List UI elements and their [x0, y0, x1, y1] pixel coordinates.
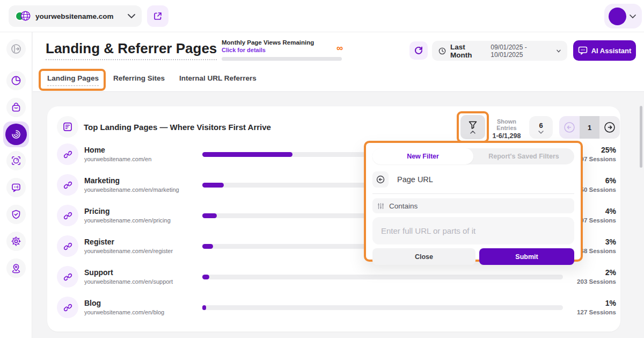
sessions-bar — [202, 305, 563, 310]
page-name[interactable]: Marketing — [84, 176, 120, 185]
radar-icon — [11, 129, 21, 140]
page-name[interactable]: Blog — [84, 299, 101, 307]
sidebar-item-feedback[interactable] — [6, 178, 26, 197]
session-percent: 1% — [552, 299, 616, 307]
shown-entries-label: Shown Entries — [487, 118, 526, 131]
link-icon — [57, 174, 78, 196]
arrow-right-circle-icon — [604, 121, 616, 133]
lens-capture-icon — [11, 155, 21, 166]
tab-saved-filters[interactable]: Report's Saved Filters — [473, 153, 574, 160]
tab-landing-pages[interactable]: Landing Pages — [47, 74, 99, 86]
sidebar-item-locations[interactable] — [6, 258, 26, 278]
quota-label: Monthly Page Views Remaining — [222, 39, 343, 46]
next-page-button[interactable] — [599, 116, 620, 139]
page-name[interactable]: Home — [84, 146, 105, 154]
report-tabs: Landing Pages Referring Sites Internal U… — [47, 74, 257, 86]
ai-assistant-label: AI Assistant — [591, 47, 632, 55]
quota-details-link[interactable]: Click for details — [222, 47, 343, 53]
link-icon — [57, 143, 78, 165]
sidebar-collapse-icon[interactable] — [6, 39, 26, 59]
card-title: Top Landing Pages — Where Visitors First… — [84, 123, 271, 132]
filter-button[interactable] — [460, 115, 485, 139]
close-button[interactable]: Close — [372, 248, 475, 265]
shield-check-icon — [11, 209, 21, 220]
page-url: yourwebsitename.com/en/blog — [84, 309, 164, 315]
sidebar-item-overview[interactable] — [6, 71, 26, 90]
site-name-label: yourwebsitename.com — [35, 12, 128, 20]
tab-internal-url-referrers[interactable]: Internal URL Referrers — [179, 74, 257, 86]
filter-operator-label: Contains — [389, 202, 418, 210]
vertical-scrollbar[interactable] — [640, 106, 642, 168]
tab-referring-sites[interactable]: Referring Sites — [113, 74, 165, 86]
site-selector[interactable]: yourwebsitename.com — [9, 5, 142, 27]
page-url: yourwebsitename.com/en/pricing — [84, 217, 171, 224]
back-circle-icon — [372, 171, 389, 188]
top-bar: yourwebsitename.com — [0, 0, 644, 32]
pie-chart-icon — [11, 75, 21, 86]
page-url: yourwebsitename.com/en/register — [84, 248, 173, 254]
ai-chat-icon — [578, 46, 588, 55]
site-globe-icon — [15, 10, 31, 22]
chevron-up-icon — [470, 131, 475, 134]
refresh-button[interactable] — [409, 41, 428, 60]
sliders-icon — [377, 203, 384, 210]
filter-field-label: Page URL — [397, 175, 433, 184]
filter-operator-select[interactable]: Contains — [372, 198, 574, 213]
analytics-dashboard: yourwebsitename.com — [0, 0, 644, 338]
sidebar-item-security[interactable] — [6, 205, 26, 224]
arrow-left-circle-icon — [564, 121, 575, 133]
shown-entries-value: 1-6/1,298 — [487, 132, 526, 140]
funnel-icon — [469, 121, 477, 129]
page-url: yourwebsitename.com/en/support — [84, 278, 173, 285]
report-icon — [57, 116, 78, 138]
sidebar-nav — [0, 32, 32, 338]
page-name[interactable]: Register — [84, 238, 114, 246]
sidebar-item-settings[interactable] — [6, 232, 26, 251]
sidebar-item-behavior-active[interactable] — [3, 121, 29, 147]
infinity-value: ∞ — [336, 44, 343, 53]
quota-progress-bar — [222, 57, 342, 61]
prev-page-button[interactable] — [559, 116, 580, 139]
link-icon — [57, 266, 78, 287]
chat-bubble-icon — [11, 182, 21, 193]
quota-widget: Monthly Page Views Remaining Click for d… — [222, 39, 343, 53]
gear-icon — [11, 236, 21, 247]
date-preset-label: Last Month — [450, 43, 484, 59]
session-count: 127 Sessions — [552, 309, 616, 315]
external-link-icon — [153, 11, 163, 21]
page-url: yourwebsitename.com/en — [84, 156, 151, 162]
page-name[interactable]: Pricing — [84, 207, 109, 215]
date-range-value: 09/01/2025 - 10/01/2025 — [491, 44, 552, 59]
user-menu[interactable] — [604, 4, 642, 28]
avatar — [609, 8, 626, 25]
chevron-down-icon — [630, 15, 636, 18]
open-site-button[interactable] — [147, 5, 169, 27]
link-icon — [57, 205, 78, 226]
filter-url-input[interactable] — [372, 217, 574, 244]
shown-entries: Shown Entries 1-6/1,298 — [487, 118, 526, 140]
page-title: Landing & Referrer Pages — [46, 40, 217, 60]
chevron-down-icon — [538, 131, 544, 134]
link-icon — [57, 235, 78, 257]
pagination: 1 — [559, 116, 620, 139]
filter-popup: New Filter Report's Saved Filters Page U… — [364, 141, 583, 262]
chevron-down-icon — [128, 14, 135, 18]
ai-assistant-button[interactable]: AI Assistant — [573, 40, 636, 61]
sidebar-item-ecommerce[interactable] — [6, 98, 26, 117]
submit-button[interactable]: Submit — [479, 248, 574, 265]
page-size-select[interactable]: 6 — [529, 116, 553, 139]
session-percent: 2% — [552, 268, 616, 277]
page-name[interactable]: Support — [84, 268, 113, 277]
tab-new-filter[interactable]: New Filter — [372, 148, 473, 164]
session-count: 203 Sessions — [552, 278, 616, 285]
sidebar-item-recordings[interactable] — [6, 151, 26, 170]
page-size-value: 6 — [539, 121, 543, 130]
refresh-icon — [414, 46, 423, 55]
chevron-down-icon — [557, 49, 561, 53]
sessions-bar — [202, 275, 563, 279]
page-url: yourwebsitename.com/en/marketing — [84, 186, 179, 193]
date-range-picker[interactable]: Last Month 09/01/2025 - 10/01/2025 — [432, 41, 567, 61]
map-pin-icon — [11, 263, 21, 274]
filter-field-select[interactable]: Page URL — [372, 171, 574, 194]
current-page-number: 1 — [580, 116, 599, 139]
